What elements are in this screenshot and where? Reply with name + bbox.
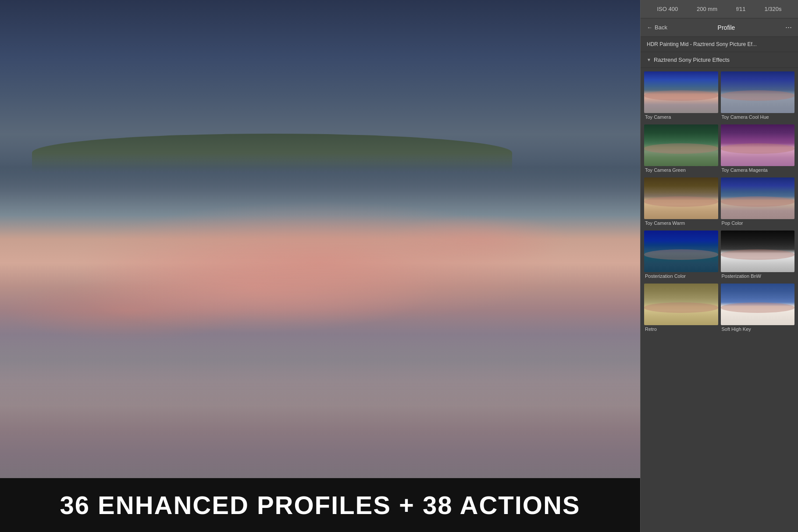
profile-thumbnail-retro (644, 284, 718, 325)
caption-bar: 36 ENHANCED PROFILES + 38 ACTIONS (0, 478, 640, 532)
profile-label-toy-camera-cool: Toy Camera Cool Hue (721, 113, 795, 122)
water-layer (0, 311, 640, 478)
profile-item-pop-color[interactable]: Pop Color (721, 177, 795, 228)
profile-item-toy-camera-green[interactable]: Toy Camera Green (644, 124, 718, 175)
profile-item-posterization-bnw[interactable]: Posterization BnW (721, 231, 795, 281)
profile-label-toy-camera: Toy Camera (644, 113, 718, 122)
photo-background (0, 0, 640, 478)
category-header[interactable]: ▼ Raztrend Sony Picture Effects (641, 52, 798, 68)
panel-title: Profile (672, 24, 781, 31)
profile-item-soft-high-key[interactable]: Soft High Key (721, 284, 795, 334)
profile-label-posterization-bnw: Posterization BnW (721, 272, 795, 281)
back-arrow-icon: ← (647, 24, 652, 31)
profile-thumbnail-toy-camera-cool (721, 71, 795, 113)
profile-label-toy-camera-magenta: Toy Camera Magenta (721, 166, 795, 175)
caption-text: 36 ENHANCED PROFILES + 38 ACTIONS (60, 490, 580, 520)
current-profile-label: HDR Painting Mid - Raztrend Sony Picture… (641, 37, 798, 52)
profile-label-toy-camera-warm: Toy Camera Warm (644, 219, 718, 228)
iso-value: ISO 400 (657, 6, 678, 12)
more-options-button[interactable]: ··· (785, 23, 792, 32)
profile-item-posterization-color[interactable]: Posterization Color (644, 231, 718, 281)
profile-thumbnail-pop-color (721, 177, 795, 219)
aperture-value: f/11 (736, 6, 746, 12)
photo-container (0, 0, 640, 478)
profile-thumbnail-posterization-bnw (721, 231, 795, 272)
profile-thumbnail-toy-camera-magenta (721, 124, 795, 166)
thumbnails-grid: Toy Camera Toy Camera Cool Hue Toy Camer… (644, 71, 794, 334)
back-label: Back (655, 24, 667, 31)
focal-length-value: 200 mm (697, 6, 717, 12)
profile-item-retro[interactable]: Retro (644, 284, 718, 334)
profile-label-posterization-color: Posterization Color (644, 272, 718, 281)
profile-item-toy-camera-warm[interactable]: Toy Camera Warm (644, 177, 718, 228)
profile-thumbnail-soft-high-key (721, 284, 795, 325)
right-panel: ISO 400 200 mm f/11 1/320s ← Back Profil… (640, 0, 798, 532)
back-button[interactable]: ← Back (647, 24, 667, 31)
profile-item-toy-camera[interactable]: Toy Camera (644, 71, 718, 122)
profile-label-toy-camera-green: Toy Camera Green (644, 166, 718, 175)
profile-thumbnail-posterization-color (644, 231, 718, 272)
profile-label-soft-high-key: Soft High Key (721, 325, 795, 334)
profile-thumbnail-toy-camera (644, 71, 718, 113)
profile-label-retro: Retro (644, 325, 718, 334)
profile-label-pop-color: Pop Color (721, 219, 795, 228)
profile-item-toy-camera-magenta[interactable]: Toy Camera Magenta (721, 124, 795, 175)
main-photo-area: 36 ENHANCED PROFILES + 38 ACTIONS (0, 0, 640, 532)
profile-header: ← Back Profile ··· (641, 18, 798, 37)
profile-thumbnail-toy-camera-warm (644, 177, 718, 219)
shutter-speed-value: 1/320s (764, 6, 781, 12)
collapse-icon: ▼ (647, 57, 651, 62)
profile-item-toy-camera-cool[interactable]: Toy Camera Cool Hue (721, 71, 795, 122)
thumbnails-container: Toy Camera Toy Camera Cool Hue Toy Camer… (641, 68, 798, 532)
profile-thumbnail-toy-camera-green (644, 124, 718, 166)
category-title: Raztrend Sony Picture Effects (654, 57, 730, 63)
metadata-bar: ISO 400 200 mm f/11 1/320s (641, 0, 798, 18)
